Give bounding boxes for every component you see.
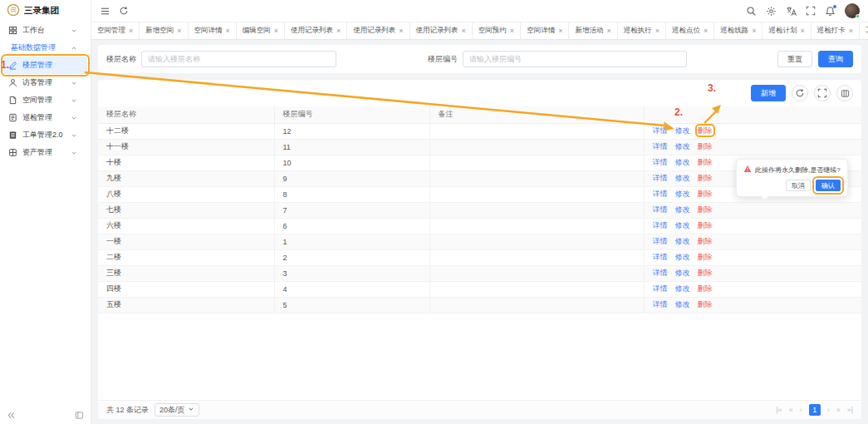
tab-close-icon[interactable]: ×	[336, 27, 341, 35]
sidebar-item-visitor[interactable]: 访客管理	[0, 74, 91, 91]
delete-link[interactable]: 删除	[698, 237, 713, 245]
tab-close-icon[interactable]: ×	[129, 27, 133, 35]
tab-工单维修人员[interactable]: 工单维修人员×	[860, 22, 868, 39]
sidebar-item-workorder[interactable]: 工单管理2.0	[0, 126, 91, 144]
detail-link[interactable]: 详情	[653, 284, 668, 293]
edit-link[interactable]: 修改	[675, 126, 690, 135]
edit-link[interactable]: 修改	[675, 221, 690, 229]
edit-link[interactable]: 修改	[675, 190, 690, 198]
pagination-next-icon[interactable]: ›	[827, 406, 830, 414]
pagination-jump-forward-icon[interactable]: »	[836, 406, 841, 414]
edit-link[interactable]: 修改	[675, 237, 690, 245]
floor-name-input[interactable]	[141, 51, 336, 67]
confirm-button[interactable]: 确认	[816, 180, 841, 191]
delete-link[interactable]: 删除	[698, 300, 713, 308]
edit-link[interactable]: 修改	[675, 269, 690, 277]
settings-icon[interactable]	[766, 6, 777, 17]
fullscreen-icon-button[interactable]	[814, 85, 831, 101]
edit-link[interactable]: 修改	[675, 158, 690, 166]
tab-巡检计划[interactable]: 巡检计划×	[763, 22, 811, 39]
pagination-prev-icon[interactable]: ‹	[800, 406, 802, 414]
tab-close-icon[interactable]: ×	[177, 27, 181, 35]
refresh-icon-button[interactable]	[792, 85, 808, 101]
reset-button[interactable]: 重置	[777, 51, 812, 67]
detail-link[interactable]: 详情	[653, 221, 668, 229]
notifications-icon[interactable]	[825, 6, 836, 17]
floor-code-input[interactable]	[463, 51, 687, 67]
pagination-last-icon[interactable]: »|	[847, 406, 853, 414]
tab-空间详情[interactable]: 空间详情×	[521, 22, 569, 39]
add-button[interactable]: 新增	[751, 85, 786, 101]
delete-link[interactable]: 删除	[698, 253, 713, 261]
sidebar-item-inspection[interactable]: 巡检管理	[0, 109, 91, 126]
collapse-icon[interactable]	[100, 6, 110, 17]
delete-link[interactable]: 删除	[698, 221, 713, 229]
delete-link[interactable]: 删除	[698, 205, 713, 214]
cancel-button[interactable]: 取消	[786, 180, 811, 191]
sidebar-item-space[interactable]: 空间管理	[0, 91, 91, 109]
detail-link[interactable]: 详情	[653, 269, 668, 277]
delete-link[interactable]: 删除	[698, 174, 713, 182]
detail-link[interactable]: 详情	[653, 205, 668, 214]
refresh-icon[interactable]	[119, 6, 129, 16]
delete-link[interactable]: 删除	[698, 284, 713, 293]
detail-link[interactable]: 详情	[653, 237, 668, 245]
tab-空间预约[interactable]: 空间预约×	[473, 22, 521, 39]
tab-close-icon[interactable]: ×	[704, 27, 708, 35]
columns-icon-button[interactable]	[836, 85, 853, 101]
edit-link[interactable]: 修改	[675, 253, 690, 261]
sidebar-item-asset[interactable]: 资产管理	[0, 144, 91, 161]
page-size-select[interactable]: 20条/页	[154, 403, 199, 417]
detail-link[interactable]: 详情	[653, 158, 668, 166]
tab-新增空间[interactable]: 新增空间×	[140, 22, 188, 39]
search-button[interactable]: 查询	[818, 51, 853, 67]
tab-close-icon[interactable]: ×	[274, 27, 278, 35]
sidebar-item-workbench[interactable]: 工作台	[0, 22, 91, 39]
tab-close-icon[interactable]: ×	[849, 27, 853, 35]
detail-link[interactable]: 详情	[653, 174, 668, 182]
translate-icon[interactable]	[786, 6, 797, 17]
tab-close-icon[interactable]: ×	[606, 27, 611, 35]
edit-link[interactable]: 修改	[675, 174, 690, 182]
delete-link[interactable]: 删除	[698, 142, 713, 150]
edit-link[interactable]: 修改	[675, 300, 690, 308]
delete-link[interactable]: 删除	[698, 190, 713, 198]
collapse-left-icon[interactable]	[7, 411, 16, 420]
tab-空间管理[interactable]: 空间管理×	[91, 22, 140, 39]
delete-link[interactable]: 删除	[698, 126, 713, 135]
tab-使用记录列表[interactable]: 使用记录列表×	[410, 22, 473, 39]
tab-close-icon[interactable]: ×	[655, 27, 660, 35]
tab-巡检打卡[interactable]: 巡检打卡×	[812, 22, 860, 39]
tab-close-icon[interactable]: ×	[226, 27, 230, 35]
pagination-first-icon[interactable]: |«	[776, 406, 782, 414]
page-number[interactable]: 1	[809, 404, 821, 416]
tab-空间详情[interactable]: 空间详情×	[189, 22, 237, 39]
tab-close-icon[interactable]: ×	[800, 27, 804, 35]
tab-巡检点位[interactable]: 巡检点位×	[666, 22, 714, 39]
delete-link[interactable]: 删除	[698, 269, 713, 277]
detail-link[interactable]: 详情	[653, 126, 668, 135]
user-avatar[interactable]	[845, 3, 860, 18]
tab-close-icon[interactable]: ×	[510, 27, 514, 35]
delete-link[interactable]: 删除	[698, 158, 713, 166]
edit-link[interactable]: 修改	[675, 205, 690, 214]
search-icon[interactable]	[746, 6, 757, 17]
pagination-jump-back-icon[interactable]: «	[789, 406, 793, 414]
tab-新增活动[interactable]: 新增活动×	[569, 22, 617, 39]
tab-close-icon[interactable]: ×	[558, 27, 562, 35]
edit-link[interactable]: 修改	[675, 284, 690, 293]
sidebar-item-base-data[interactable]: 基础数据管理	[0, 39, 91, 57]
tab-close-icon[interactable]: ×	[399, 27, 403, 35]
detail-link[interactable]: 详情	[653, 253, 668, 261]
detail-link[interactable]: 详情	[653, 190, 668, 198]
tab-编辑空间[interactable]: 编辑空间×	[237, 22, 285, 39]
tab-close-icon[interactable]: ×	[462, 27, 466, 35]
tab-close-icon[interactable]: ×	[752, 27, 756, 35]
panel-icon[interactable]	[75, 411, 84, 420]
detail-link[interactable]: 详情	[653, 142, 668, 150]
edit-link[interactable]: 修改	[675, 142, 690, 150]
sidebar-item-floor-management[interactable]: 楼层管理	[3, 57, 87, 74]
tab-使用记录列表[interactable]: 使用记录列表×	[347, 22, 409, 39]
tab-使用记录列表[interactable]: 使用记录列表×	[285, 22, 347, 39]
fullscreen-icon[interactable]	[806, 6, 816, 16]
